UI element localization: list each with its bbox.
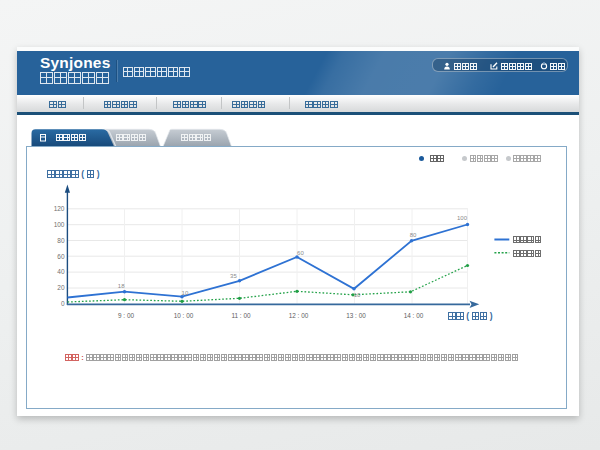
svg-text:20: 20 bbox=[57, 284, 65, 291]
svg-text:18: 18 bbox=[118, 283, 125, 289]
svg-text:40: 40 bbox=[57, 268, 65, 275]
svg-text:10: 10 bbox=[182, 290, 189, 296]
svg-text:80: 80 bbox=[410, 232, 417, 238]
svg-text:10 : 00: 10 : 00 bbox=[174, 312, 194, 319]
svg-text:13 : 00: 13 : 00 bbox=[346, 312, 366, 319]
svg-text:12 : 00: 12 : 00 bbox=[289, 312, 309, 319]
svg-text:60: 60 bbox=[57, 253, 65, 260]
svg-text:60: 60 bbox=[297, 250, 304, 256]
svg-text:80: 80 bbox=[57, 237, 65, 244]
svg-text:10: 10 bbox=[354, 292, 361, 298]
svg-text:35: 35 bbox=[230, 273, 237, 279]
svg-text:100: 100 bbox=[54, 221, 65, 228]
svg-text:14 : 00: 14 : 00 bbox=[404, 312, 424, 319]
svg-text:120: 120 bbox=[54, 205, 65, 212]
svg-text:0: 0 bbox=[61, 300, 65, 307]
svg-text:100: 100 bbox=[457, 215, 468, 221]
svg-text:9 : 00: 9 : 00 bbox=[118, 312, 134, 319]
svg-text:11 : 00: 11 : 00 bbox=[231, 312, 251, 319]
